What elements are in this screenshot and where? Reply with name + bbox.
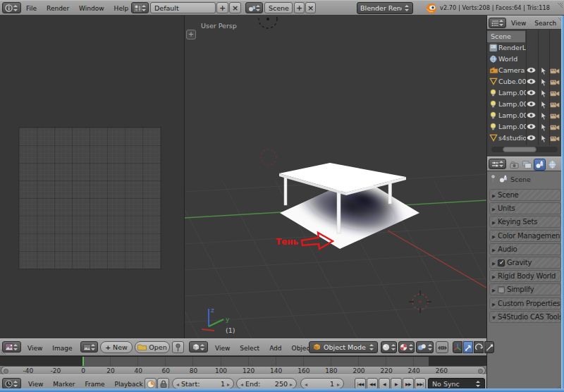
camera-toggle-icon[interactable] xyxy=(550,90,560,98)
menu-add[interactable]: Add xyxy=(264,345,286,352)
scrollbar-endcap[interactable] xyxy=(478,369,483,374)
cursor-icon[interactable] xyxy=(540,135,550,143)
panel-keying-sets[interactable]: Keying Sets xyxy=(489,216,561,228)
screen-layout-selector[interactable] xyxy=(131,2,149,13)
cursor-icon[interactable] xyxy=(540,112,550,121)
outliner-item-lamp-004[interactable]: Lamp.004 xyxy=(487,121,562,133)
panel-simplify[interactable]: Simplify xyxy=(489,283,561,295)
editor-type-selector[interactable] xyxy=(489,18,506,28)
eye-icon[interactable] xyxy=(527,123,537,132)
corner-widget[interactable] xyxy=(1,348,8,355)
checkbox[interactable] xyxy=(498,286,505,293)
editor-type-selector[interactable] xyxy=(2,378,21,389)
outliner-item-s4studio-m[interactable]: s4studio_m xyxy=(487,133,562,144)
corner-widget[interactable] xyxy=(555,3,563,11)
scale-manipulator-button[interactable] xyxy=(484,341,494,353)
add-layout-button[interactable] xyxy=(216,2,228,13)
panel-gravity[interactable]: Gravity xyxy=(489,257,561,269)
cursor-icon[interactable] xyxy=(540,67,550,75)
current-frame-line[interactable] xyxy=(82,357,84,367)
mode-dropdown[interactable]: Object Mode xyxy=(309,341,378,353)
editor-type-selector[interactable] xyxy=(489,159,506,169)
pin-toggle-button[interactable] xyxy=(172,341,184,353)
menu-view[interactable]: View xyxy=(210,345,235,352)
camera-toggle-icon[interactable] xyxy=(550,78,560,87)
viewport-shading-dropdown[interactable] xyxy=(381,341,397,353)
render-layers-tab[interactable] xyxy=(521,159,533,171)
current-frame-field[interactable]: 1 xyxy=(300,378,344,389)
checkbox[interactable] xyxy=(498,259,505,267)
menu-view[interactable]: View xyxy=(23,345,47,352)
render-engine-dropdown[interactable]: Blender Render xyxy=(357,2,413,14)
scene-tab[interactable] xyxy=(534,159,546,171)
outliner-item-scene[interactable]: Scene xyxy=(487,31,562,42)
layout-name-field[interactable]: Default xyxy=(150,2,216,13)
start-frame-field[interactable]: Start: 1 xyxy=(172,378,234,389)
menu-select[interactable]: Select xyxy=(235,345,264,352)
eye-icon[interactable] xyxy=(527,135,537,143)
menu-help[interactable]: Help xyxy=(109,5,134,12)
menu-view[interactable]: View xyxy=(507,20,530,27)
outliner-scrollbar[interactable] xyxy=(491,147,558,152)
increment-arrow-icon[interactable] xyxy=(290,380,293,388)
cursor-icon[interactable] xyxy=(540,90,550,98)
new-image-button[interactable]: +New xyxy=(100,341,133,353)
image-datablock-selector[interactable] xyxy=(80,341,98,353)
outliner-item-lamp-001[interactable]: Lamp.001 xyxy=(487,87,562,99)
increment-arrow-icon[interactable] xyxy=(337,380,340,388)
menu-marker[interactable]: Marker xyxy=(48,381,80,388)
camera-toggle-icon[interactable] xyxy=(550,67,560,75)
rotate-manipulator-button[interactable] xyxy=(474,341,484,353)
manipulator-toggle-button[interactable] xyxy=(453,341,462,353)
editor-type-selector[interactable] xyxy=(189,341,208,353)
menu-image[interactable]: Image xyxy=(47,345,77,352)
world-tab[interactable] xyxy=(546,159,558,171)
scene-selector[interactable] xyxy=(245,2,263,13)
panel-units[interactable]: Units xyxy=(489,202,561,214)
viewport-3d[interactable]: z y User Persp (1) Тень + xyxy=(185,16,486,338)
menu-playback[interactable]: Playback xyxy=(110,381,148,388)
eye-icon[interactable] xyxy=(527,67,537,75)
add-scene-button[interactable] xyxy=(294,2,305,13)
menu-view[interactable]: View xyxy=(23,381,48,388)
camera-toggle-icon[interactable] xyxy=(550,123,560,132)
snap-toggle-button[interactable] xyxy=(436,341,448,353)
panel-rigid-body-world[interactable]: Rigid Body World xyxy=(489,270,561,282)
proportional-edit-dropdown[interactable] xyxy=(416,341,434,353)
end-frame-field[interactable]: End: 250 xyxy=(236,378,297,389)
panel-audio[interactable]: Audio xyxy=(489,243,561,255)
camera-toggle-icon[interactable] xyxy=(550,101,560,109)
pin-icon[interactable] xyxy=(490,174,496,184)
scene-name-field[interactable]: Scene xyxy=(264,2,293,13)
eye-icon[interactable] xyxy=(527,112,537,121)
decrement-arrow-icon[interactable] xyxy=(240,380,243,388)
cursor-icon[interactable] xyxy=(540,78,550,87)
outliner-item-camera[interactable]: Camera xyxy=(487,65,562,76)
viewport-scene[interactable]: z y User Persp (1) Тень xyxy=(185,16,486,338)
pivot-point-dropdown[interactable] xyxy=(398,341,415,353)
menu-window[interactable]: Window xyxy=(74,5,109,12)
panel-color-management[interactable]: Color Management xyxy=(489,230,561,242)
timeline-track[interactable] xyxy=(0,356,486,366)
eye-icon[interactable] xyxy=(527,90,537,98)
increment-arrow-icon[interactable] xyxy=(227,380,230,388)
menu-file[interactable]: File xyxy=(21,5,42,12)
cursor-icon[interactable] xyxy=(540,101,550,109)
render-tab[interactable] xyxy=(508,159,520,171)
menu-render[interactable]: Render xyxy=(42,5,74,12)
scrollbar-endcap[interactable] xyxy=(4,369,8,374)
menu-frame[interactable]: Frame xyxy=(80,381,109,388)
cursor-icon[interactable] xyxy=(540,123,550,132)
eye-icon[interactable] xyxy=(527,78,537,87)
outliner-item-renderlayers[interactable]: RenderLayers xyxy=(487,42,562,54)
delete-scene-button[interactable] xyxy=(305,2,316,13)
delete-layout-button[interactable] xyxy=(229,2,241,13)
uv-image-editor[interactable] xyxy=(0,16,185,338)
camera-toggle-icon[interactable] xyxy=(550,135,560,143)
panel-scene[interactable]: Scene xyxy=(489,189,561,201)
open-image-button[interactable]: Open xyxy=(135,341,170,353)
decrement-arrow-icon[interactable] xyxy=(176,380,179,388)
panel-s4studio-cas-tools[interactable]: S4Studio CAS Tools xyxy=(489,311,561,323)
editor-type-selector[interactable] xyxy=(2,2,21,13)
panel-custom-properties[interactable]: Custom Properties xyxy=(489,298,561,310)
